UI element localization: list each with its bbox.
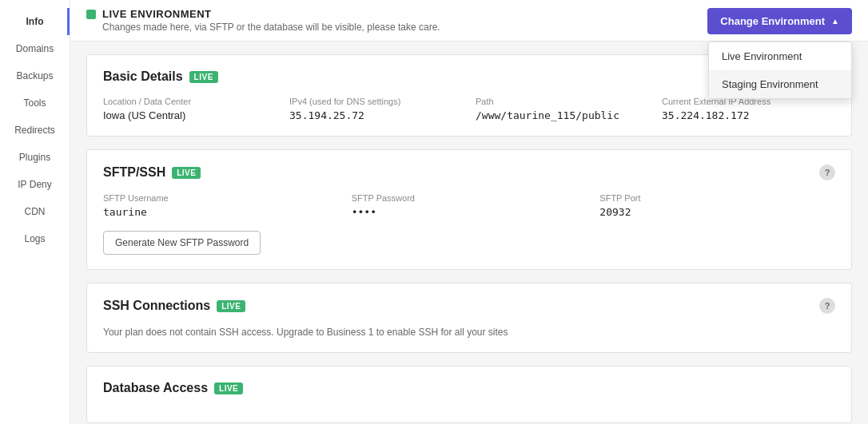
ipv4-label: IPv4 (used for DNS settings) — [289, 97, 463, 106]
db-badge: LIVE — [214, 382, 243, 394]
ssh-title-row: SSH Connections LIVE — [103, 299, 245, 313]
sftp-title-row: SFTP/SSH LIVE — [103, 165, 201, 180]
sftp-grid: SFTP Username taurine SFTP Password ••••… — [103, 193, 835, 218]
sidebar-item-cdn[interactable]: CDN — [0, 198, 70, 225]
generate-sftp-password-button[interactable]: Generate New SFTP Password — [103, 231, 261, 255]
sidebar-item-backups[interactable]: Backups — [0, 62, 70, 89]
live-dot — [86, 10, 96, 19]
sidebar-item-plugins[interactable]: Plugins — [0, 144, 70, 171]
sftp-title: SFTP/SSH — [103, 165, 165, 180]
environment-dropdown: Live Environment Staging Environment — [708, 42, 852, 99]
sidebar-item-logs[interactable]: Logs — [0, 225, 70, 252]
banner-text: LIVE ENVIRONMENT Changes made here, via … — [102, 8, 440, 33]
sidebar-item-info[interactable]: Info — [0, 8, 70, 35]
dropdown-live-environment[interactable]: Live Environment — [709, 42, 851, 70]
sftp-password-value: •••• — [352, 206, 587, 218]
banner-description: Changes made here, via SFTP or the datab… — [102, 22, 440, 33]
sidebar-item-ip-deny[interactable]: IP Deny — [0, 171, 70, 198]
basic-details-badge: LIVE — [189, 71, 218, 83]
external-ip-field: Current External IP Address 35.224.182.1… — [662, 97, 835, 121]
chevron-up-icon: ▲ — [831, 17, 839, 26]
sftp-password-label: SFTP Password — [352, 193, 587, 203]
database-access-section: Database Access LIVE — [86, 366, 852, 423]
path-value: /www/taurine_115/public — [476, 109, 649, 121]
sftp-badge: LIVE — [172, 167, 201, 179]
sftp-username-field: SFTP Username taurine — [103, 193, 339, 218]
sftp-port-value: 20932 — [599, 206, 835, 218]
ssh-help-icon[interactable]: ? — [819, 298, 835, 314]
basic-details-title-row: Basic Details LIVE — [103, 69, 218, 84]
path-label: Path — [476, 97, 649, 106]
sidebar-item-domains[interactable]: Domains — [0, 35, 70, 62]
ssh-message: Your plan does not contain SSH access. U… — [103, 327, 835, 338]
ssh-title: SSH Connections — [103, 299, 210, 313]
sftp-username-value: taurine — [103, 206, 339, 218]
basic-details-grid: Location / Data Center Iowa (US Central)… — [103, 97, 835, 121]
sftp-port-label: SFTP Port — [599, 193, 835, 203]
path-field: Path /www/taurine_115/public — [476, 97, 649, 121]
ssh-connections-section: SSH Connections LIVE ? Your plan does no… — [86, 283, 852, 353]
sftp-port-field: SFTP Port 20932 — [599, 193, 835, 218]
banner-title: LIVE ENVIRONMENT — [102, 8, 440, 20]
db-header: Database Access LIVE — [103, 381, 835, 395]
sidebar-item-redirects[interactable]: Redirects — [0, 117, 70, 144]
sftp-help-icon[interactable]: ? — [819, 164, 835, 180]
external-ip-value: 35.224.182.172 — [662, 109, 835, 121]
change-environment-button[interactable]: Change Environment ▲ — [707, 8, 852, 34]
location-field: Location / Data Center Iowa (US Central) — [103, 97, 277, 121]
sftp-header: SFTP/SSH LIVE ? — [103, 164, 835, 180]
ipv4-value: 35.194.25.72 — [289, 109, 463, 121]
location-value: Iowa (US Central) — [103, 109, 277, 121]
sftp-ssh-section: SFTP/SSH LIVE ? SFTP Username taurine SF… — [86, 149, 852, 270]
sftp-username-label: SFTP Username — [103, 193, 339, 203]
sidebar-item-tools[interactable]: Tools — [0, 89, 70, 117]
sidebar: Info Domains Backups Tools Redirects Plu… — [0, 0, 70, 424]
main-content: LIVE ENVIRONMENT Changes made here, via … — [70, 0, 868, 424]
db-title-row: Database Access LIVE — [103, 381, 243, 395]
location-label: Location / Data Center — [103, 97, 277, 106]
db-title: Database Access — [103, 381, 208, 395]
ipv4-field: IPv4 (used for DNS settings) 35.194.25.7… — [289, 97, 463, 121]
sftp-password-field: SFTP Password •••• — [352, 193, 587, 218]
ssh-header: SSH Connections LIVE ? — [103, 298, 835, 314]
ssh-badge: LIVE — [217, 300, 245, 312]
dropdown-staging-environment[interactable]: Staging Environment — [709, 70, 851, 98]
basic-details-title: Basic Details — [103, 69, 183, 84]
